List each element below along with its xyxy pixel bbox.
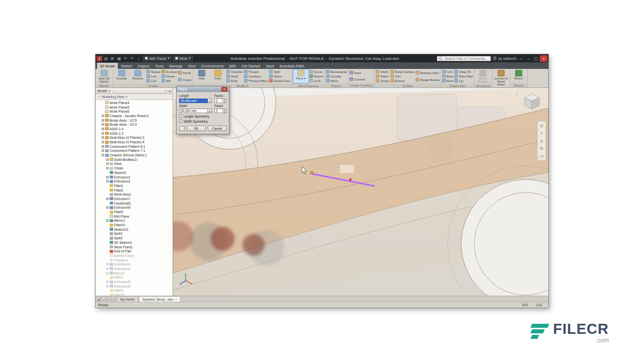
ucs-button[interactable]: UCS xyxy=(309,78,324,83)
tree-item-extrusion5[interactable]: +Extrusion5 xyxy=(96,280,173,284)
search-input[interactable] xyxy=(443,56,489,61)
new-file-icon[interactable]: ▤ xyxy=(103,56,109,61)
chamfer-button[interactable]: Chamfer xyxy=(226,69,243,74)
tab-tools[interactable]: Tools xyxy=(152,63,166,69)
tree-item-split1[interactable]: Split1 xyxy=(96,232,173,236)
revolve-button[interactable]: Revolve xyxy=(130,69,145,83)
tree-item-extrusion4[interactable]: +Extrusion4 xyxy=(96,266,173,271)
axis-button[interactable]: Axis ▸ xyxy=(309,69,324,74)
expand-icon[interactable]: + xyxy=(106,206,109,209)
minimize-button[interactable]: – xyxy=(525,55,532,62)
direct-button[interactable]: Direct xyxy=(269,74,290,78)
rectangular-button[interactable]: Rectangular xyxy=(326,69,347,74)
tree-item-component-pattern-7-1[interactable]: +Component Pattern 7:1 xyxy=(96,149,173,153)
tree-item-seat-assy-4-places-3[interactable]: +Seat Assy (4 Places):3 xyxy=(96,136,173,140)
appearance-dropdown[interactable]: White ▾ xyxy=(173,56,193,61)
chevron-down-icon[interactable]: ▾ xyxy=(126,95,127,99)
mirror-button[interactable]: Mirror xyxy=(326,78,347,83)
stitch-button[interactable]: Stitch xyxy=(376,69,389,74)
expand-icon[interactable]: + xyxy=(106,158,109,161)
length-flyout-button[interactable]: ▸ xyxy=(208,99,212,103)
patch-button[interactable]: Patch xyxy=(376,74,389,78)
undo-icon[interactable]: ↶ xyxy=(123,56,128,61)
maximize-button[interactable]: ▢ xyxy=(532,55,540,62)
expand-icon[interactable]: + xyxy=(102,149,104,152)
expand-icon[interactable]: + xyxy=(102,141,104,143)
length-input[interactable]: 50.000 mm xyxy=(179,99,208,103)
tree-item-split2[interactable]: Split2 xyxy=(96,236,173,240)
loft-button[interactable]: Loft xyxy=(146,74,160,78)
browser-header[interactable]: Model ▾ ▽ ⊞ xyxy=(96,88,173,94)
replace-face-button[interactable]: Replace Face xyxy=(416,70,440,75)
draft-button[interactable]: Draft xyxy=(226,78,243,83)
decal-button[interactable]: Decal xyxy=(178,70,192,75)
tree-item-end-of-part[interactable]: End of Part xyxy=(96,249,173,253)
tab-get-started[interactable]: Get Started xyxy=(239,63,263,69)
tree-item-component-pattern-6-1[interactable]: +Component Pattern 6:1 xyxy=(96,144,173,149)
tree-item-seat-assy-4-places-4[interactable]: +Seat Assy (4 Places):4 xyxy=(96,140,173,144)
fillet-button[interactable]: Fillet xyxy=(210,69,225,83)
shell-button[interactable]: Shell xyxy=(226,74,243,78)
app-logo[interactable]: I xyxy=(97,56,102,61)
tab-sketch[interactable]: Sketch xyxy=(118,63,134,69)
tab-inspect[interactable]: Inspect xyxy=(135,63,152,69)
tree-item-extrusion2[interactable]: +Extrusion2 xyxy=(96,179,173,184)
tab-3d-model[interactable]: 3D Model xyxy=(97,63,118,69)
prev-tab-icon[interactable]: ◂ xyxy=(102,297,106,301)
tab-view[interactable]: View xyxy=(186,63,199,69)
ruled-surface-button[interactable]: Ruled Surface xyxy=(390,69,415,74)
tree-item-fillet2[interactable]: Fillet2 xyxy=(96,188,173,193)
tree-item-work-axis1[interactable]: Work Axis1 xyxy=(96,192,173,197)
thicken-offset-button[interactable]: Thicken/Offset xyxy=(244,78,269,83)
lip-button[interactable]: Lip xyxy=(454,78,473,83)
tree-item-fillet11[interactable]: Fillet11 xyxy=(96,293,173,296)
convert-to-sheet-metal-button[interactable]: Convert to Sheet Metal xyxy=(494,69,509,86)
tree-item-thicken1[interactable]: Thicken1 xyxy=(96,258,173,262)
viewcube[interactable]: ⌂ xyxy=(520,91,543,112)
return-button[interactable]: Return xyxy=(511,69,526,82)
tree-item-extrusion7[interactable]: +Extrusion7 xyxy=(96,197,173,201)
filter-icon[interactable]: ▽ xyxy=(98,95,100,99)
tree-item-a300-1-4[interactable]: +A300-1:4 xyxy=(96,127,173,131)
cancel-button[interactable]: Cancel xyxy=(208,126,227,131)
tree-item-work-plane4[interactable]: Work Plane4 xyxy=(96,101,173,105)
face-button[interactable]: Face xyxy=(350,70,365,75)
faces-width-spinner[interactable]: 2 ▴▾ xyxy=(214,109,226,113)
start-2d-sketch-button[interactable]: Start 2D Sketch xyxy=(97,69,112,83)
derive-button[interactable]: Derive xyxy=(162,74,177,78)
tree-item-delete-face1[interactable]: Delete Face1 xyxy=(96,253,173,258)
tree-item-extrusion6[interactable]: +Extrusion6 xyxy=(96,284,173,289)
tab-list-icon[interactable]: ▤ xyxy=(97,297,101,301)
expand-icon[interactable]: + xyxy=(102,132,104,135)
plane-button[interactable]: Plane ▾ xyxy=(293,69,308,83)
rib-button[interactable]: Rib xyxy=(162,78,177,83)
tree-item-view[interactable]: +View: xyxy=(96,162,173,166)
grill-button[interactable]: Grill xyxy=(442,69,454,74)
pan-icon[interactable]: + xyxy=(539,131,544,136)
expand-icon[interactable]: + xyxy=(102,119,104,122)
tree-item-solid-bodies-1[interactable]: +Solid Bodies(1) xyxy=(96,157,173,162)
tab-autodesk-a360[interactable]: Autodesk A360 xyxy=(277,63,306,69)
viewcube-home-icon[interactable]: ⌂ xyxy=(516,92,518,96)
tree-item-extrusion3[interactable]: +Extrusion3 xyxy=(96,262,173,266)
width-symmetry-checkbox[interactable]: Width Symmetry xyxy=(179,119,226,123)
hole-button[interactable]: Hole xyxy=(194,69,209,83)
emboss-button[interactable]: Emboss xyxy=(162,69,177,74)
tree-item-bogie-assy-v2-4[interactable]: +Bogie Assy - V2:4 xyxy=(96,122,173,127)
width-flyout-button[interactable]: ▸ xyxy=(208,109,212,113)
thread-button[interactable]: Thread xyxy=(244,69,269,74)
dialog-options-button[interactable] xyxy=(179,126,185,131)
chevron-down-icon[interactable]: ▾ xyxy=(109,89,110,93)
expand-icon[interactable]: + xyxy=(106,180,109,183)
extend-button[interactable]: Extend xyxy=(390,78,415,83)
dialog-close-icon[interactable]: × xyxy=(221,87,227,92)
tree-item-fillet9[interactable]: Fillet9 xyxy=(96,210,173,214)
tree-item-a300-1-5[interactable]: +A300-1:5 xyxy=(96,131,173,136)
expand-icon[interactable]: + xyxy=(102,154,104,156)
tree-item-fillet4[interactable]: Fillet4 xyxy=(96,289,173,293)
view-selector[interactable]: Modeling View xyxy=(102,95,124,99)
look-at-icon[interactable]: ▭ xyxy=(539,153,544,158)
sculpt-button[interactable]: Sculpt xyxy=(376,78,389,83)
import-button[interactable]: Import xyxy=(178,77,192,82)
tree-item-work-plane6[interactable]: Work Plane6 xyxy=(96,109,173,114)
